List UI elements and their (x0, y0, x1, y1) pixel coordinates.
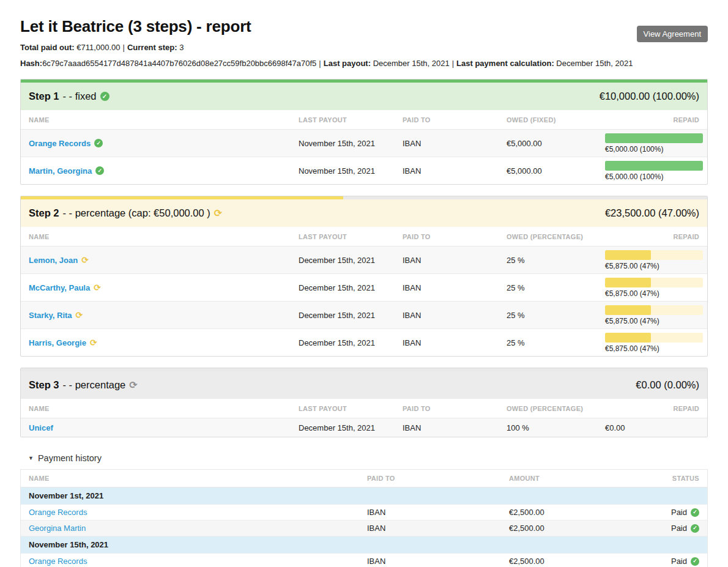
refresh-icon: ⟳ (214, 209, 222, 218)
repaid-label: €5,875.00 (47%) (605, 317, 704, 325)
check-circle-icon: ✓ (691, 508, 699, 517)
repaid-bar-fill (605, 133, 703, 143)
recipient-link[interactable]: Martin, Georgina (29, 166, 92, 176)
cell-paid-to: IBAN (367, 557, 509, 566)
recipient-link[interactable]: McCarthy, Paula (29, 283, 90, 292)
recipient-link[interactable]: Starky, Rita (29, 311, 72, 320)
recipient-link[interactable]: Unicef (29, 423, 53, 432)
repaid-label: €5,000.00 (100%) (605, 172, 704, 181)
payment-history-column-headers: NAME PAID TO AMOUNT STATUS (21, 470, 707, 487)
col-repaid: REPAID (605, 116, 707, 124)
cell-paid-to: IBAN (367, 524, 509, 533)
repaid-bar-fill (605, 278, 651, 287)
col-repaid: REPAID (605, 233, 707, 240)
cell-name: Orange Records (21, 508, 367, 517)
cell-last-payout: November 15th, 2021 (299, 139, 403, 148)
repaid-label: €5,875.00 (47%) (605, 289, 704, 298)
step-2-subtitle: - - percentage (cap: €50,000.00 ) (63, 207, 210, 219)
refresh-icon: ⟳ (90, 338, 97, 347)
cell-name: Orange Records (21, 557, 367, 566)
repaid-bar-track (605, 333, 703, 343)
cell-paid-to: IBAN (403, 423, 507, 432)
cell-owed: 25 % (507, 311, 605, 320)
cell-last-payout: December 15th, 2021 (299, 423, 403, 432)
col-last-payout: LAST PAYOUT (299, 233, 403, 240)
refresh-icon: ⟳ (81, 256, 89, 264)
refresh-icon: ⟳ (129, 380, 137, 390)
cell-owed: 100 % (507, 423, 605, 432)
col-name: NAME (21, 233, 299, 240)
cell-amount: €2,500.00 (509, 557, 651, 566)
col-repaid: REPAID (605, 405, 707, 412)
last-calc-label: Last payment calculation: (456, 59, 554, 68)
hash-label: Hash: (20, 59, 42, 68)
step-2-header: Step 2- - percentage (cap: €50,000.00 ) … (21, 199, 707, 227)
cell-paid-to: IBAN (403, 338, 507, 347)
table-row: Harris, Georgie⟳ December 15th, 2021 IBA… (21, 329, 707, 356)
step-2-label: Step 2 (29, 207, 59, 219)
recipient-link[interactable]: Lemon, Joan (29, 256, 78, 265)
recipient-link[interactable]: Orange Records (29, 557, 87, 566)
cell-status: Paid✓ (651, 508, 707, 517)
step-3-header: Step 3- - percentage ⟳ €0.00 (0.00%) (21, 371, 707, 399)
col-paid-to: PAID TO (403, 405, 507, 412)
step-2-card: Step 2- - percentage (cap: €50,000.00 ) … (20, 196, 708, 357)
cell-repaid: €5,875.00 (47%) (605, 274, 707, 301)
cell-name: Lemon, Joan⟳ (21, 256, 299, 265)
cell-last-payout: December 15th, 2021 (299, 256, 403, 265)
cell-repaid: €5,875.00 (47%) (605, 302, 707, 328)
status-label: Paid (671, 508, 687, 517)
col-paid-to: PAID TO (367, 475, 509, 482)
separator: | (319, 59, 321, 68)
col-owed: OWED (PERCENTAGE) (507, 405, 605, 412)
cell-name: McCarthy, Paula⟳ (21, 283, 299, 292)
step-2-total: €23,500.00 (47.00%) (605, 207, 699, 219)
col-status: STATUS (651, 475, 707, 482)
step-1-subtitle: - - fixed (63, 91, 97, 102)
table-row: Unicef December 15th, 2021 IBAN 100 % €0… (21, 418, 707, 437)
last-calc-value: December 15th, 2021 (556, 59, 633, 68)
cell-paid-to: IBAN (403, 256, 507, 265)
cell-paid-to: IBAN (403, 139, 507, 148)
repaid-bar-fill (605, 250, 651, 260)
check-circle-icon: ✓ (691, 557, 699, 566)
cell-status: Paid✓ (651, 557, 707, 566)
cell-last-payout: December 15th, 2021 (299, 311, 403, 320)
step-1-header: Step 1- - fixed ✓ €10,000.00 (100.00%) (21, 83, 707, 110)
cell-repaid: €5,000.00 (100%) (605, 157, 707, 184)
cell-name: Unicef (21, 423, 299, 432)
cell-paid-to: IBAN (403, 166, 507, 176)
view-agreement-button[interactable]: View Agreement (637, 26, 708, 42)
cell-paid-to: IBAN (403, 283, 507, 292)
recipient-link[interactable]: Orange Records (29, 508, 87, 517)
step-3-card: Step 3- - percentage ⟳ €0.00 (0.00%) NAM… (20, 368, 708, 437)
triangle-down-icon: ▼ (28, 455, 34, 461)
cell-paid-to: IBAN (367, 508, 509, 517)
cell-name: Georgina Martin (21, 524, 367, 533)
payment-history-toggle[interactable]: ▼ Payment history (28, 453, 102, 463)
separator: | (452, 59, 454, 68)
repaid-label: €5,000.00 (100%) (605, 145, 704, 154)
current-step-value: 3 (179, 43, 184, 52)
recipient-link[interactable]: Harris, Georgie (29, 338, 86, 347)
last-payout-value: December 15th, 2021 (373, 59, 450, 68)
cell-repaid: €0.00 (605, 423, 707, 432)
repaid-bar-track (605, 250, 703, 260)
recipient-link[interactable]: Georgina Martin (29, 524, 86, 533)
check-circle-icon: ✓ (95, 166, 104, 175)
cell-status: Paid✓ (651, 524, 707, 533)
step-3-title: Step 3- - percentage ⟳ (29, 379, 138, 391)
repaid-bar-fill (605, 161, 703, 171)
cell-name: Starky, Rita⟳ (21, 311, 299, 320)
hash-line: Hash:6c79c7aaad6554177d487841a4407b76026… (20, 59, 708, 68)
col-paid-to: PAID TO (403, 116, 507, 124)
recipient-link[interactable]: Orange Records (29, 139, 91, 148)
hash-value: 6c79c7aaad6554177d487841a4407b76026d08e2… (42, 59, 316, 68)
step-1-title: Step 1- - fixed ✓ (29, 91, 110, 102)
cell-owed: 25 % (507, 283, 605, 292)
cell-owed: 25 % (507, 338, 605, 347)
payment-row: Orange Records IBAN €2,500.00 Paid✓ (21, 505, 707, 521)
payment-history-table: NAME PAID TO AMOUNT STATUS November 1st,… (20, 469, 708, 567)
payment-group-header: November 15th, 2021 (21, 536, 707, 554)
summary-line: Total paid out: €711,000.00|Current step… (20, 43, 708, 52)
